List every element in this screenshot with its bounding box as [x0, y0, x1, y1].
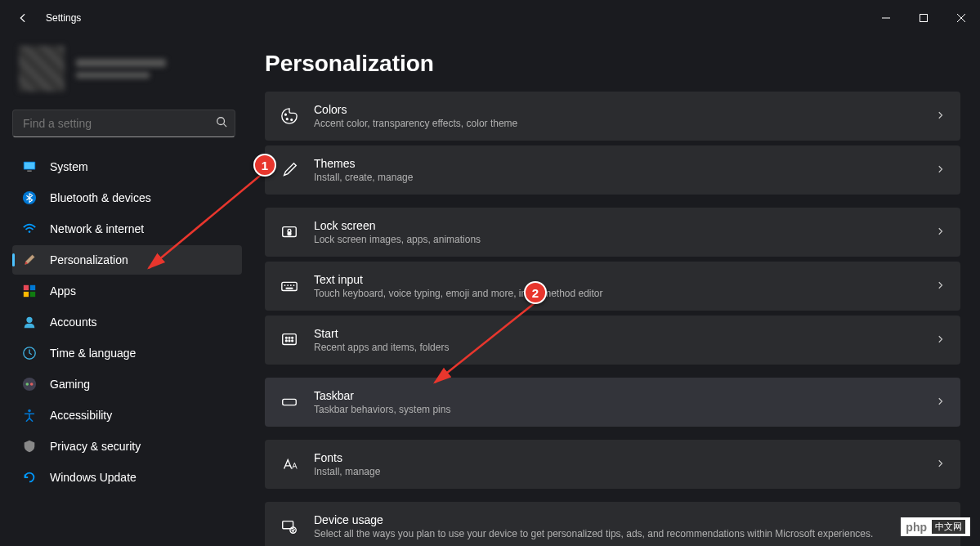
svg-rect-11 [24, 285, 29, 290]
update-icon [22, 470, 37, 485]
close-button[interactable] [942, 5, 980, 31]
window-title: Settings [46, 12, 81, 24]
sidebar-item-gaming[interactable]: Gaming [12, 369, 242, 399]
sidebar-item-label: Gaming [50, 378, 90, 391]
system-icon [22, 159, 37, 174]
svg-point-34 [289, 337, 290, 338]
option-desc: Install, create, manage [314, 172, 936, 183]
svg-rect-39 [283, 399, 297, 405]
svg-point-15 [26, 317, 32, 323]
page-title: Personalization [265, 51, 960, 77]
sidebar-item-privacy[interactable]: Privacy & security [12, 432, 242, 461]
sidebar-item-windows-update[interactable]: Windows Update [12, 463, 242, 492]
close-icon [957, 14, 965, 22]
svg-point-36 [285, 340, 287, 342]
option-desc: Recent apps and items, folders [314, 342, 936, 353]
sidebar-item-label: Accounts [50, 316, 97, 329]
sidebar-item-personalization[interactable]: Personalization [12, 245, 242, 275]
option-title: Taskbar [314, 389, 936, 402]
brush-icon [280, 160, 299, 180]
option-text: Taskbar Taskbar behaviors, system pins [314, 389, 936, 415]
sidebar-item-accessibility[interactable]: Accessibility [12, 401, 242, 430]
watermark: php 中文网 [901, 517, 970, 536]
svg-point-17 [23, 378, 36, 391]
start-icon [280, 330, 299, 350]
sidebar-item-network[interactable]: Network & internet [12, 214, 242, 244]
maximize-icon [920, 14, 928, 22]
sidebar-item-label: Apps [50, 284, 76, 298]
option-text: Colors Accent color, transparency effect… [314, 103, 936, 129]
svg-point-20 [28, 410, 31, 413]
minimize-icon [882, 14, 890, 22]
option-start[interactable]: Start Recent apps and items, folders [265, 316, 960, 365]
option-text: Lock screen Lock screen images, apps, an… [314, 219, 936, 245]
main-content: Personalization Colors Accent color, tra… [245, 36, 980, 546]
search-input[interactable] [12, 110, 235, 137]
option-fonts[interactable]: Fonts Install, manage [265, 440, 960, 489]
option-title: Fonts [314, 451, 936, 464]
option-desc: Touch keyboard, voice typing, emoji and … [314, 288, 936, 299]
back-button[interactable] [15, 10, 31, 26]
option-title: Device usage [314, 513, 936, 526]
svg-point-23 [291, 119, 293, 121]
sidebar-item-label: Time & language [50, 347, 136, 360]
gamepad-icon [22, 377, 37, 392]
sidebar-item-label: Privacy & security [50, 440, 141, 453]
option-text: Start Recent apps and items, folders [314, 327, 936, 353]
svg-line-5 [224, 124, 227, 128]
profile-info [76, 59, 166, 78]
svg-rect-14 [30, 292, 35, 297]
sidebar-item-label: Network & internet [50, 222, 144, 235]
svg-point-35 [292, 337, 293, 338]
window-controls [867, 5, 980, 31]
clock-globe-icon [22, 346, 37, 360]
keyboard-icon [280, 276, 299, 296]
annotation-badge-1: 1 [253, 154, 276, 177]
watermark-left: php [906, 521, 927, 534]
sidebar-item-system[interactable]: System [12, 152, 242, 181]
sidebar-item-accounts[interactable]: Accounts [12, 307, 242, 337]
option-device-usage[interactable]: Device usage Select all the ways you pla… [265, 502, 960, 546]
option-taskbar[interactable]: Taskbar Taskbar behaviors, system pins [265, 378, 960, 427]
device-usage-icon [280, 517, 299, 536]
sidebar-item-apps[interactable]: Apps [12, 276, 242, 306]
avatar [19, 46, 65, 92]
annotation-badge-2: 2 [524, 281, 547, 304]
sidebar-item-label: Accessibility [50, 409, 112, 422]
watermark-right: 中文网 [932, 520, 965, 534]
option-themes[interactable]: Themes Install, create, manage [265, 145, 960, 195]
paintbrush-icon [22, 253, 37, 267]
chevron-right-icon [936, 225, 946, 239]
svg-point-37 [289, 340, 290, 342]
sidebar-item-bluetooth[interactable]: Bluetooth & devices [12, 183, 242, 213]
option-colors[interactable]: Colors Accent color, transparency effect… [265, 92, 960, 141]
accessibility-icon [22, 408, 37, 423]
option-text-input[interactable]: Text input Touch keyboard, voice typing,… [265, 262, 960, 311]
settings-list: Colors Accent color, transparency effect… [265, 92, 960, 546]
profile-name-blurred [76, 59, 166, 67]
option-lock-screen[interactable]: Lock screen Lock screen images, apps, an… [265, 208, 960, 257]
search-icon [216, 116, 227, 131]
svg-rect-13 [24, 292, 29, 297]
minimize-button[interactable] [867, 5, 905, 31]
svg-rect-25 [288, 232, 291, 235]
sidebar-item-label: System [50, 160, 88, 173]
svg-rect-1 [920, 15, 928, 22]
sidebar-item-time-language[interactable]: Time & language [12, 338, 242, 368]
option-desc: Taskbar behaviors, system pins [314, 404, 936, 415]
chevron-right-icon [936, 395, 946, 410]
option-desc: Select all the ways you plan to use your… [314, 528, 936, 539]
svg-point-21 [285, 114, 287, 115]
option-title: Lock screen [314, 219, 936, 232]
option-title: Themes [314, 157, 936, 170]
option-desc: Lock screen images, apps, animations [314, 234, 936, 245]
chevron-right-icon [936, 457, 946, 472]
apps-icon [22, 284, 37, 298]
svg-point-18 [26, 383, 29, 386]
option-desc: Accent color, transparency effects, colo… [314, 118, 936, 129]
svg-point-19 [30, 383, 34, 386]
profile-email-blurred [76, 72, 150, 78]
maximize-button[interactable] [905, 5, 942, 31]
svg-point-38 [292, 340, 293, 342]
profile-section[interactable] [12, 36, 242, 100]
